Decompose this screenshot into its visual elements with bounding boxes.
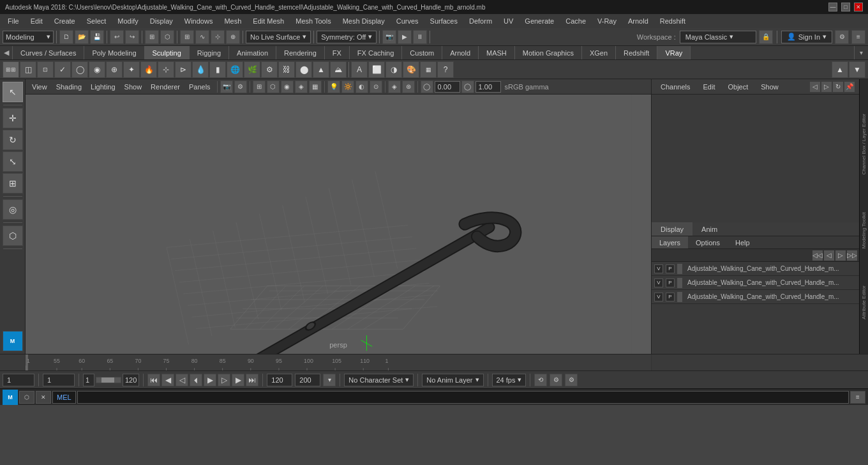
menu-mesh[interactable]: Mesh (219, 16, 246, 26)
anim-settings-btn[interactable]: ⚙ (550, 374, 562, 386)
auto-key-btn[interactable]: ⟲ (534, 374, 547, 386)
menu-surfaces[interactable]: Surfaces (425, 16, 463, 26)
toolbar-icon-globe[interactable]: 🌐 (227, 61, 243, 78)
menu-curves[interactable]: Curves (391, 16, 424, 26)
menu-display[interactable]: Display (145, 16, 178, 26)
fps-dropdown[interactable]: 24 fps ▾ (492, 374, 527, 386)
menu-redshift[interactable]: Redshift (655, 16, 691, 26)
toolbar-icon-bar[interactable]: ▮ (209, 61, 226, 78)
tab-motion-graphics[interactable]: Motion Graphics (515, 46, 582, 59)
xray-btn[interactable]: ⊛ (402, 80, 415, 93)
mode-dropdown[interactable]: Modeling ▾ (3, 31, 54, 43)
menu-windows[interactable]: Windows (179, 16, 218, 26)
menu-vray[interactable]: V-Ray (592, 16, 622, 26)
range-slider[interactable] (96, 377, 121, 383)
camera-options[interactable]: ⚙ (234, 80, 247, 93)
layer-v-btn-2[interactable]: V (654, 278, 663, 287)
live-surface-dropdown[interactable]: No Live Surface ▾ (246, 31, 311, 43)
tab-mash[interactable]: MASH (479, 46, 515, 59)
transform-tool[interactable]: ⊞ (3, 173, 23, 194)
current-frame-display[interactable]: 1 (43, 374, 75, 386)
workspace-settings-button[interactable]: 🔒 (759, 30, 773, 44)
menu-mesh-tools[interactable]: Mesh Tools (290, 16, 336, 26)
toolbar-icon-checker[interactable]: ▦ (420, 61, 437, 78)
grid-btn[interactable]: ⊞ (253, 80, 266, 93)
frame-range-input[interactable]: 1 (83, 374, 94, 386)
layer-nav-prev1[interactable]: ◁◁ (812, 250, 823, 261)
toolbar-icon-check[interactable]: ✓ (54, 61, 71, 78)
layer-nav-next2[interactable]: ▷▷ (847, 250, 857, 261)
toolbar-icon-mountain[interactable]: ⛰ (330, 61, 347, 78)
symmetry-dropdown[interactable]: Symmetry: Off ▾ (317, 31, 377, 43)
tab-redshift[interactable]: Redshift (616, 46, 657, 59)
play-back-button[interactable]: ⏴ (190, 374, 202, 386)
panels-menu[interactable]: Panels (185, 82, 214, 92)
layer-p-btn-3[interactable]: P (666, 293, 675, 301)
layer-p-btn-1[interactable]: P (666, 264, 675, 273)
toolbar-icon-1[interactable]: ⊞⊞ (3, 61, 19, 78)
layer-nav-prev2[interactable]: ◁ (824, 250, 834, 261)
play-forward-button[interactable]: ▶ (204, 374, 216, 386)
toolbar-icon-4[interactable]: ◉ (89, 61, 105, 78)
next-key-button[interactable]: ▷ (218, 374, 230, 386)
toolbar-icon-sphere[interactable]: ◯ (71, 61, 88, 78)
rotate-tool[interactable]: ↻ (3, 130, 23, 150)
shaded-btn[interactable]: ◉ (281, 80, 294, 93)
layer-v-btn-3[interactable]: V (654, 293, 663, 301)
tab-xgen[interactable]: XGen (582, 46, 616, 59)
open-scene-button[interactable]: 📂 (75, 30, 89, 44)
modeling-toolkit-label[interactable]: Modeling Toolkit (858, 210, 868, 251)
display-tab[interactable]: Display (652, 222, 692, 236)
prev-key-button[interactable]: ◁ (176, 374, 188, 386)
tab-animation[interactable]: Animation (229, 46, 276, 59)
toolbar-icon-grass[interactable]: 🌿 (244, 61, 260, 78)
light-btn-2[interactable]: 🔆 (341, 80, 354, 93)
camera-icon[interactable]: 📷 (220, 80, 233, 93)
goto-start-button[interactable]: ⏮ (147, 374, 160, 386)
maya-mini-btn-1[interactable]: ⬡ (19, 391, 34, 404)
snap-grid-button[interactable]: ⊞ (180, 30, 194, 44)
toolbar-icon-drop[interactable]: 💧 (192, 61, 209, 78)
lighting-menu[interactable]: Lighting (87, 82, 119, 92)
move-tool[interactable]: ✛ (3, 108, 23, 128)
toolbar-icon-3[interactable]: ⊡ (37, 61, 54, 78)
anim-tab[interactable]: Anim (692, 222, 726, 236)
renderer-menu[interactable]: Renderer (147, 82, 184, 92)
gamma-input[interactable] (435, 81, 460, 93)
render-button[interactable]: ▶ (398, 30, 412, 44)
redo-button[interactable]: ↪ (125, 30, 139, 44)
channel-box-label[interactable]: Channel Box / Layer Editor (858, 111, 868, 178)
layer-row-1[interactable]: V P Adjustable_Walking_Cane_with_Curved_… (652, 262, 860, 276)
minimize-button[interactable]: — (828, 3, 837, 11)
tab-rigging[interactable]: Rigging (190, 46, 229, 59)
goto-end-button[interactable]: ⏭ (246, 374, 258, 386)
toolbar-icon-star[interactable]: ⊹ (158, 61, 174, 78)
menu-cache[interactable]: Cache (560, 16, 591, 26)
sign-in-button[interactable]: 👤 Sign In ▾ (781, 31, 832, 43)
shadow-btn[interactable]: ◐ (355, 80, 368, 93)
layer-v-btn-1[interactable]: V (654, 264, 663, 273)
toolbar-icon-gear[interactable]: ⚙ (261, 61, 278, 78)
toolbar-icon-6[interactable]: ✦ (123, 61, 140, 78)
undo-button[interactable]: ↩ (110, 30, 124, 44)
toolbar-icon-shader[interactable]: ◑ (385, 61, 402, 78)
extra-settings-button[interactable]: ≡ (851, 30, 865, 44)
canvas-3d[interactable]: X Y Z persp (26, 95, 651, 354)
tab-custom[interactable]: Custom (402, 46, 442, 59)
layer-nav-next1[interactable]: ▷ (835, 250, 846, 261)
prev-frame-button[interactable]: ◀ (161, 374, 174, 386)
mel-execute-btn[interactable]: ≡ (850, 391, 865, 404)
tab-rendering[interactable]: Rendering (276, 46, 325, 59)
tabs-menu-button[interactable]: ▾ (854, 46, 868, 59)
edit-menu[interactable]: Edit (699, 82, 719, 92)
ao-btn[interactable]: ⊙ (370, 80, 382, 93)
show-menu[interactable]: Show (121, 82, 146, 92)
toolbar-icon-a[interactable]: A (351, 61, 368, 78)
options-subtab[interactable]: Options (688, 236, 728, 248)
soft-select-tool[interactable]: ◎ (3, 199, 23, 220)
light-btn-1[interactable]: 💡 (327, 80, 340, 93)
menu-edit[interactable]: Edit (26, 16, 48, 26)
select-tool-button[interactable]: ⊞ (145, 30, 159, 44)
workspace-dropdown[interactable]: Maya Classic ▾ (680, 31, 756, 43)
layers-subtab[interactable]: Layers (652, 236, 688, 248)
